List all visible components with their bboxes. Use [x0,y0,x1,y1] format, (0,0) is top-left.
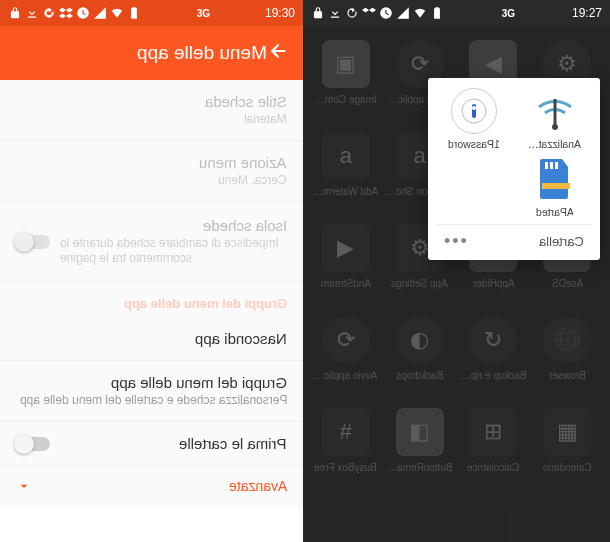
popup-item-analizzat[interactable]: Analizzat… [517,88,592,150]
status-3g: 3G [501,8,514,19]
signal-icon [396,6,410,20]
status-icons [8,6,141,20]
back-arrow-icon[interactable] [267,40,289,66]
toggle-isola[interactable] [16,235,50,249]
dropbox-icon [362,6,376,20]
battery-icon [430,6,444,20]
more-icon[interactable]: ••• [444,231,469,252]
row-title: Stile scheda [205,93,287,110]
status-bar-right: 19:27 3G [303,0,610,26]
row-azione-menu[interactable]: Azione menu Cerca, Menu [0,141,303,202]
popup-label: Analizzat… [528,138,581,150]
clock-icon [76,6,90,20]
settings-list: Stile scheda Material Azione menu Cerca,… [0,80,303,506]
right-screenshot: 19:27 3G ▣Image Com… ⟳Avvio applic… ◀ ⚙ … [303,0,610,542]
clock-icon [379,6,393,20]
battery-icon [127,6,141,20]
row-avanzate[interactable]: Avanzate [0,466,303,506]
download-icon [328,6,342,20]
wifi-icon [413,6,427,20]
lock-icon [311,6,325,20]
row-gruppi-menu[interactable]: Gruppi del menu delle app Personalizza s… [0,361,303,422]
svg-rect-6 [550,162,553,169]
chevron-down-icon [16,478,32,494]
folder-popup[interactable]: 1Password Analizzat… AParted ••• [428,78,600,260]
wifi-scan-icon [532,88,578,134]
dropbox-icon [59,6,73,20]
sync-icon [42,6,56,20]
svg-point-4 [552,124,558,130]
signal-icon [93,6,107,20]
svg-rect-7 [555,162,558,169]
row-sub: Material [244,112,287,127]
left-screenshot: 19:30 3G Menu delle app Stile scheda Mat… [0,0,303,542]
row-title: Isola schede [203,217,287,234]
sync-icon [345,6,359,20]
popup-item-aparted[interactable]: AParted [517,156,592,218]
lock-icon [8,6,22,20]
popup-item-1password[interactable]: 1Password [436,88,511,150]
svg-rect-5 [545,162,548,169]
sdcard-icon [532,156,578,202]
status-bar-left: 19:30 3G [0,0,303,26]
status-time: 19:27 [572,6,602,20]
row-stile-scheda[interactable]: Stile scheda Material [0,80,303,141]
row-title: Nascondi app [195,330,287,347]
download-icon [25,6,39,20]
popup-footer: ••• Cartella [436,224,592,254]
status-3g: 3G [196,8,209,19]
row-sub: Personalizza schede e cartelle del menu … [20,393,288,408]
row-isola-schede[interactable]: Isola schede Impedisce di cambiare sched… [0,202,303,282]
app-bar-title: Menu delle app [14,42,267,64]
section-gruppi-disabled: Gruppi del menu delle app [0,282,303,317]
svg-rect-8 [542,183,570,189]
popup-label: AParted [536,206,574,218]
status-time: 19:30 [265,6,295,20]
status-icons [311,6,444,20]
popup-footer-label: Cartella [539,234,584,249]
toggle-prima-cartelle[interactable] [16,437,50,451]
svg-point-2 [472,106,476,110]
app-bar: Menu delle app [0,26,303,80]
popup-label: 1Password [448,138,500,150]
row-sub: Impedisce di cambiare scheda durante lo … [60,236,287,266]
wifi-icon [110,6,124,20]
row-title: Gruppi del menu delle app [111,374,287,391]
row-prima-cartelle[interactable]: Prima le cartelle [0,422,303,466]
row-sub: Cerca, Menu [218,173,287,188]
row-nascondi-app[interactable]: Nascondi app [0,317,303,361]
row-title: Azione menu [199,154,287,171]
row-title: Prima le cartelle [179,435,287,452]
1password-icon [451,88,497,134]
avanzate-label: Avanzate [229,478,287,494]
